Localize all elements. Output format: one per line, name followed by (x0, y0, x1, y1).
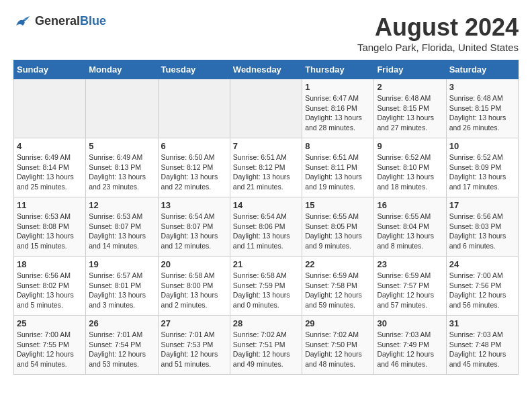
day-number: 4 (17, 141, 83, 151)
calendar-cell: 14Sunrise: 6:54 AM Sunset: 8:06 PM Dayli… (230, 197, 302, 257)
calendar-cell: 6Sunrise: 6:50 AM Sunset: 8:12 PM Daylig… (158, 138, 230, 197)
calendar-cell: 22Sunrise: 6:59 AM Sunset: 7:58 PM Dayli… (302, 257, 374, 316)
day-number: 19 (89, 259, 154, 269)
calendar-cell: 5Sunrise: 6:49 AM Sunset: 8:13 PM Daylig… (86, 138, 158, 197)
day-info: Sunrise: 6:49 AM Sunset: 8:14 PM Dayligh… (17, 152, 83, 192)
calendar-cell: 24Sunrise: 7:00 AM Sunset: 7:56 PM Dayli… (446, 257, 518, 316)
calendar-cell: 19Sunrise: 6:57 AM Sunset: 8:01 PM Dayli… (86, 257, 158, 316)
day-number: 23 (377, 259, 443, 269)
calendar-cell (158, 79, 230, 138)
weekday-header-monday: Monday (86, 60, 158, 79)
calendar-cell: 13Sunrise: 6:54 AM Sunset: 8:07 PM Dayli… (158, 197, 230, 257)
day-number: 15 (305, 200, 371, 210)
day-number: 7 (233, 141, 299, 151)
day-number: 9 (377, 141, 443, 151)
day-info: Sunrise: 6:59 AM Sunset: 7:58 PM Dayligh… (305, 271, 371, 310)
calendar-cell: 16Sunrise: 6:55 AM Sunset: 8:04 PM Dayli… (374, 197, 446, 257)
day-info: Sunrise: 6:53 AM Sunset: 8:07 PM Dayligh… (89, 212, 154, 251)
day-info: Sunrise: 6:56 AM Sunset: 8:03 PM Dayligh… (449, 212, 515, 251)
calendar-week-row: 4Sunrise: 6:49 AM Sunset: 8:14 PM Daylig… (14, 138, 519, 197)
day-info: Sunrise: 6:56 AM Sunset: 8:02 PM Dayligh… (17, 271, 83, 310)
calendar-cell: 25Sunrise: 7:00 AM Sunset: 7:55 PM Dayli… (14, 316, 86, 375)
day-number: 13 (161, 200, 227, 210)
day-number: 28 (233, 318, 299, 328)
day-number: 10 (449, 141, 515, 151)
day-number: 18 (17, 259, 83, 269)
weekday-header-thursday: Thursday (302, 60, 374, 79)
calendar-cell: 3Sunrise: 6:48 AM Sunset: 8:15 PM Daylig… (446, 79, 518, 138)
day-number: 5 (89, 141, 154, 151)
day-info: Sunrise: 7:02 AM Sunset: 7:51 PM Dayligh… (233, 330, 299, 369)
calendar-cell (230, 79, 302, 138)
calendar-cell: 15Sunrise: 6:55 AM Sunset: 8:05 PM Dayli… (302, 197, 374, 257)
day-info: Sunrise: 7:00 AM Sunset: 7:55 PM Dayligh… (17, 330, 83, 369)
calendar-cell: 26Sunrise: 7:01 AM Sunset: 7:54 PM Dayli… (86, 316, 158, 375)
calendar-cell: 7Sunrise: 6:51 AM Sunset: 8:12 PM Daylig… (230, 138, 302, 197)
day-number: 30 (377, 318, 443, 328)
calendar-cell: 18Sunrise: 6:56 AM Sunset: 8:02 PM Dayli… (14, 257, 86, 316)
day-number: 31 (449, 318, 515, 328)
day-info: Sunrise: 6:50 AM Sunset: 8:12 PM Dayligh… (161, 152, 227, 192)
calendar-week-row: 18Sunrise: 6:56 AM Sunset: 8:02 PM Dayli… (14, 257, 519, 316)
page-header: GeneralBlue August 2024 Tangelo Park, Fl… (13, 13, 519, 53)
weekday-header-friday: Friday (374, 60, 446, 79)
weekday-header-sunday: Sunday (14, 60, 86, 79)
day-info: Sunrise: 6:51 AM Sunset: 8:11 PM Dayligh… (305, 152, 371, 192)
logo-blue-text: Blue (80, 14, 106, 28)
day-info: Sunrise: 6:51 AM Sunset: 8:12 PM Dayligh… (233, 152, 299, 192)
day-number: 2 (377, 82, 443, 92)
day-number: 21 (233, 259, 299, 269)
day-number: 12 (89, 200, 154, 210)
day-number: 22 (305, 259, 371, 269)
day-info: Sunrise: 6:52 AM Sunset: 8:10 PM Dayligh… (377, 152, 443, 192)
calendar-cell: 1Sunrise: 6:47 AM Sunset: 8:16 PM Daylig… (302, 79, 374, 138)
day-info: Sunrise: 6:55 AM Sunset: 8:04 PM Dayligh… (377, 212, 443, 251)
calendar-cell: 2Sunrise: 6:48 AM Sunset: 8:15 PM Daylig… (374, 79, 446, 138)
day-number: 25 (17, 318, 83, 328)
weekday-header-tuesday: Tuesday (158, 60, 230, 79)
day-info: Sunrise: 6:55 AM Sunset: 8:05 PM Dayligh… (305, 212, 371, 251)
day-info: Sunrise: 6:58 AM Sunset: 7:59 PM Dayligh… (233, 271, 299, 310)
day-number: 11 (17, 200, 83, 210)
calendar-cell: 10Sunrise: 6:52 AM Sunset: 8:09 PM Dayli… (446, 138, 518, 197)
day-info: Sunrise: 6:59 AM Sunset: 7:57 PM Dayligh… (377, 271, 443, 310)
weekday-header-row: SundayMondayTuesdayWednesdayThursdayFrid… (14, 60, 519, 79)
day-info: Sunrise: 6:49 AM Sunset: 8:13 PM Dayligh… (89, 152, 154, 192)
weekday-header-wednesday: Wednesday (230, 60, 302, 79)
day-number: 29 (305, 318, 371, 328)
calendar-cell: 4Sunrise: 6:49 AM Sunset: 8:14 PM Daylig… (14, 138, 86, 197)
calendar-cell: 12Sunrise: 6:53 AM Sunset: 8:07 PM Dayli… (86, 197, 158, 257)
day-number: 17 (449, 200, 515, 210)
calendar-week-row: 25Sunrise: 7:00 AM Sunset: 7:55 PM Dayli… (14, 316, 519, 375)
calendar-cell (14, 79, 86, 138)
calendar-cell: 9Sunrise: 6:52 AM Sunset: 8:10 PM Daylig… (374, 138, 446, 197)
day-number: 6 (161, 141, 227, 151)
calendar-week-row: 1Sunrise: 6:47 AM Sunset: 8:16 PM Daylig… (14, 79, 519, 138)
day-info: Sunrise: 7:02 AM Sunset: 7:50 PM Dayligh… (305, 330, 371, 369)
day-number: 26 (89, 318, 154, 328)
calendar-table: SundayMondayTuesdayWednesdayThursdayFrid… (13, 60, 519, 375)
calendar-cell: 8Sunrise: 6:51 AM Sunset: 8:11 PM Daylig… (302, 138, 374, 197)
day-number: 20 (161, 259, 227, 269)
day-number: 8 (305, 141, 371, 151)
calendar-cell: 29Sunrise: 7:02 AM Sunset: 7:50 PM Dayli… (302, 316, 374, 375)
calendar-cell: 17Sunrise: 6:56 AM Sunset: 8:03 PM Dayli… (446, 197, 518, 257)
day-info: Sunrise: 6:48 AM Sunset: 8:15 PM Dayligh… (377, 93, 443, 133)
calendar-cell (86, 79, 158, 138)
day-info: Sunrise: 7:00 AM Sunset: 7:56 PM Dayligh… (449, 271, 515, 310)
calendar-cell: 28Sunrise: 7:02 AM Sunset: 7:51 PM Dayli… (230, 316, 302, 375)
calendar-week-row: 11Sunrise: 6:53 AM Sunset: 8:08 PM Dayli… (14, 197, 519, 257)
month-year-title: August 2024 (357, 13, 519, 42)
day-number: 14 (233, 200, 299, 210)
day-info: Sunrise: 6:47 AM Sunset: 8:16 PM Dayligh… (305, 93, 371, 133)
calendar-cell: 23Sunrise: 6:59 AM Sunset: 7:57 PM Dayli… (374, 257, 446, 316)
calendar-cell: 27Sunrise: 7:01 AM Sunset: 7:53 PM Dayli… (158, 316, 230, 375)
day-info: Sunrise: 7:03 AM Sunset: 7:49 PM Dayligh… (377, 330, 443, 369)
calendar-cell: 30Sunrise: 7:03 AM Sunset: 7:49 PM Dayli… (374, 316, 446, 375)
day-info: Sunrise: 7:03 AM Sunset: 7:48 PM Dayligh… (449, 330, 515, 369)
title-section: August 2024 Tangelo Park, Florida, Unite… (357, 13, 519, 53)
day-info: Sunrise: 7:01 AM Sunset: 7:54 PM Dayligh… (89, 330, 154, 369)
day-info: Sunrise: 6:54 AM Sunset: 8:07 PM Dayligh… (161, 212, 227, 251)
day-info: Sunrise: 6:57 AM Sunset: 8:01 PM Dayligh… (89, 271, 154, 310)
day-number: 1 (305, 82, 371, 92)
